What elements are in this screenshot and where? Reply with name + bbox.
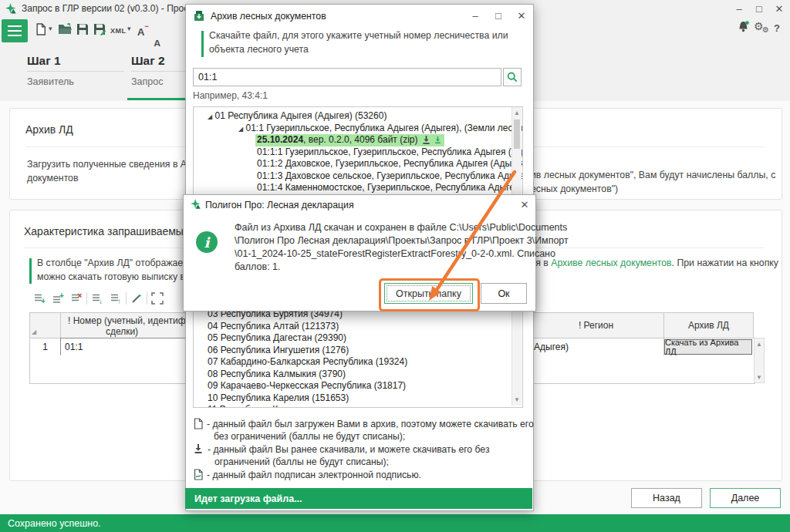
save-as-button[interactable] bbox=[93, 23, 106, 35]
next-button[interactable]: Далее bbox=[710, 488, 781, 508]
message-line2: \Полигон Про Лесная декларация\Проекты\З… bbox=[235, 234, 569, 247]
search-input[interactable] bbox=[193, 68, 501, 86]
ok-button-label: Ок bbox=[498, 288, 509, 299]
tab-step1[interactable]: Шаг 1 Заявитель bbox=[27, 54, 124, 87]
archive-dialog-minimize-button[interactable]: – bbox=[468, 10, 483, 22]
message-line1: Файл из Архива ЛД скачан и сохранен в фа… bbox=[235, 221, 567, 234]
tree-item[interactable]: 01:1:2 Даховское, Гузерипльское, Республ… bbox=[257, 158, 523, 170]
column-header-number-line2: сделки) bbox=[60, 326, 184, 337]
column-header-region-label: ! Регион bbox=[579, 320, 613, 331]
tree-item[interactable]: 11 Республика Коми bbox=[208, 404, 295, 408]
tree-item[interactable]: 10 Республика Карелия (151653) bbox=[208, 392, 349, 405]
archive-ld-text-line2: документов bbox=[27, 172, 79, 186]
column-header-region[interactable]: ! Регион bbox=[528, 312, 664, 338]
tree-scroll-thumb[interactable] bbox=[514, 120, 520, 149]
search-icon bbox=[507, 72, 518, 82]
message-dialog: Полигон Про: Лесная декларация ✕ i Файл … bbox=[183, 194, 536, 311]
new-document-button[interactable] bbox=[35, 23, 47, 35]
table-scrollbar[interactable]: ▲ ▼ bbox=[754, 338, 765, 383]
autofill-wand-button[interactable] bbox=[128, 291, 145, 306]
file-meta: , вер. 0.2.0, 4096 байт (zip) bbox=[303, 134, 417, 145]
ok-button[interactable]: Ок bbox=[481, 283, 527, 304]
tab-step1-title: Шаг 1 bbox=[27, 54, 124, 68]
xml-export-button[interactable]: XML bbox=[110, 27, 127, 35]
settings-gear-small-icon: ⚙ bbox=[762, 25, 769, 34]
dialog-status-bar: Идет загрузка файла... bbox=[185, 488, 532, 509]
archive-ld-text-line1: Загрузить полученные сведения в Архив bbox=[27, 158, 207, 172]
svg-text:×: × bbox=[77, 292, 82, 300]
search-hint: Например, 43:4:1 bbox=[193, 90, 268, 101]
column-header-archive[interactable]: Архив ЛД bbox=[663, 312, 754, 338]
main-menu-button[interactable] bbox=[2, 19, 28, 42]
move-row-up-button[interactable]: ↑ bbox=[107, 291, 124, 306]
tree-scroll-down-icon[interactable]: ▼ bbox=[512, 396, 522, 403]
font-letter: А bbox=[137, 26, 144, 38]
svg-text:↓: ↓ bbox=[99, 297, 103, 305]
tab-step2-label: Запрос bbox=[131, 76, 187, 87]
region-cell[interactable]: (Адыгея) bbox=[528, 338, 664, 356]
tree-item[interactable]: 08 Республика Калмыкия (3790) bbox=[208, 369, 346, 381]
search-button[interactable] bbox=[503, 68, 522, 86]
tree-item[interactable]: 09 Карачаево-Черкесская Республика (3181… bbox=[208, 380, 406, 392]
archive-dialog-maximize-button[interactable]: □ bbox=[491, 10, 506, 22]
message-dialog-title: Полигон Про: Лесная декларация bbox=[205, 200, 354, 210]
tree-item[interactable]: ◢ 01:1 Гузерипльское, Республика Адыгея … bbox=[238, 123, 523, 135]
window-maximize-button[interactable]: □ bbox=[751, 3, 767, 15]
toolbar-separator bbox=[86, 292, 87, 305]
back-button[interactable]: Назад bbox=[631, 488, 702, 508]
notifications-bell-icon[interactable] bbox=[738, 21, 749, 32]
tree-item-label: 01 Республика Адыгея (Адыгея) (53260) bbox=[215, 110, 387, 121]
expander-icon[interactable]: ◢ bbox=[238, 126, 243, 133]
tree-item-label: 10 Республика Карелия (151653) bbox=[208, 392, 349, 403]
tree-item[interactable]: 04 Республика Алтай (121373) bbox=[208, 321, 339, 333]
tab-step1-label: Заявитель bbox=[27, 76, 124, 87]
table-scroll-down-icon[interactable]: ▼ bbox=[755, 374, 764, 381]
file-icon bbox=[193, 418, 204, 429]
tree-scroll-up-icon[interactable]: ▲ bbox=[512, 109, 522, 116]
xml-caret-icon[interactable]: ▾ bbox=[127, 25, 131, 32]
tree-item-label: 09 Карачаево-Черкесская Республика (3181… bbox=[208, 380, 406, 391]
window-minimize-button[interactable]: – bbox=[731, 3, 747, 15]
tree-item[interactable]: 06 Республика Ингушетия (1276) bbox=[208, 345, 349, 357]
note-line1: В столбце "Архив ЛД" отображается bbox=[37, 257, 197, 271]
column-header-number-line1: ! Номер (учетный, идентифика bbox=[68, 315, 201, 326]
tree-item-label: 05 Республика Дагестан (29390) bbox=[208, 332, 346, 343]
archive-ld-text-right1: ив лесных документов", Вам будут начисле… bbox=[531, 169, 775, 183]
message-dialog-logo-icon bbox=[191, 199, 201, 210]
download-from-archive-button[interactable]: Скачать из Архива ЛД bbox=[664, 339, 752, 355]
tab-step2[interactable]: Шаг 2 Запрос bbox=[131, 54, 187, 87]
new-document-caret-icon[interactable]: ▾ bbox=[49, 25, 52, 32]
tree-item-label: 01:1:1 Гузерипльское, Гузерипльское, Рес… bbox=[257, 146, 523, 157]
save-button[interactable] bbox=[76, 23, 89, 35]
tree-item[interactable]: 01:1:3 Даховское сельское, Гузерипльское… bbox=[257, 170, 523, 183]
insert-row-button[interactable]: + bbox=[49, 291, 66, 306]
tree-item[interactable]: ◢ 01 Республика Адыгея (Адыгея) (53260) bbox=[208, 110, 387, 123]
column-header-archive-label: Архив ЛД bbox=[688, 320, 729, 331]
download-dark-icon[interactable] bbox=[422, 135, 430, 145]
region-value: (Адыгея) bbox=[531, 342, 569, 352]
table-scroll-up-icon[interactable]: ▲ bbox=[755, 341, 764, 348]
open-project-button[interactable] bbox=[58, 23, 73, 35]
tree-item[interactable]: 05 Республика Дагестан (29390) bbox=[208, 332, 346, 345]
tree-item[interactable]: 01:1:4 Каменномостское, Гузерипльское, Р… bbox=[257, 182, 523, 194]
expander-icon[interactable]: ◢ bbox=[208, 113, 212, 120]
tree-item[interactable]: 07 Кабардино-Балкарская Республика (1932… bbox=[208, 356, 407, 369]
forest-archive-link[interactable]: Архиве лесных документов bbox=[551, 258, 671, 268]
delete-row-button[interactable]: × bbox=[68, 291, 85, 306]
archive-dialog-close-button[interactable]: ✕ bbox=[514, 10, 529, 22]
expand-table-button[interactable] bbox=[149, 291, 166, 306]
app-logo-icon bbox=[5, 3, 17, 15]
help-button[interactable]: ? bbox=[774, 22, 780, 34]
row-index-cell[interactable]: 1 bbox=[29, 338, 61, 356]
legend-downloaded: - данный файл Вы ранее скачивали, и може… bbox=[193, 443, 542, 468]
add-row-button[interactable]: + bbox=[31, 291, 48, 306]
dialog-note-accent-bar bbox=[201, 31, 204, 57]
tree-item[interactable]: 01:1:1 Гузерипльское, Гузерипльское, Рес… bbox=[257, 146, 523, 159]
message-dialog-close-button[interactable]: ✕ bbox=[517, 199, 532, 210]
tab-step1-divider bbox=[27, 71, 124, 72]
window-close-button[interactable]: ✕ bbox=[771, 3, 787, 15]
move-row-down-button[interactable]: ↓ bbox=[89, 291, 106, 306]
tree-item-selected-file[interactable]: 25.10.2024, вер. 0.2.0, 4096 байт (zip) bbox=[255, 134, 444, 146]
window-title: Запрос в ГЛР версии 02 (v0.3.0) - Проект… bbox=[22, 3, 205, 14]
download-green-icon[interactable] bbox=[434, 136, 441, 144]
